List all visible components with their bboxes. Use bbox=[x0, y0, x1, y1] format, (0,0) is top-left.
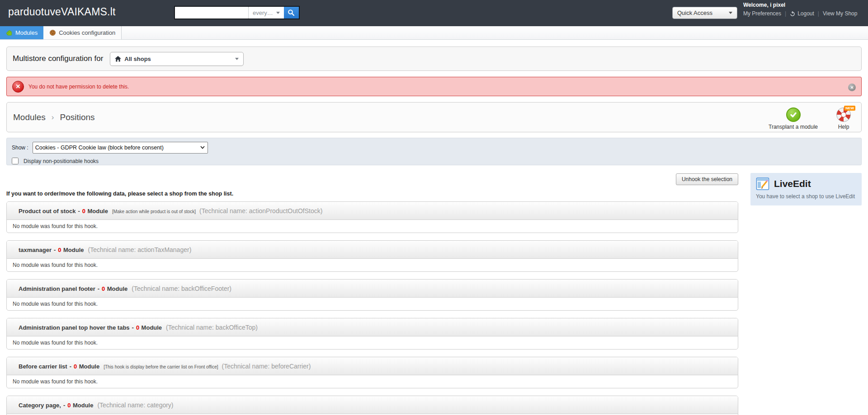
hook-module-word: Module bbox=[73, 402, 94, 409]
hook-header: Product out of stock - 0 Module [Make ac… bbox=[7, 202, 738, 220]
user-block: Welcome, i pixel My Preferences | Logout… bbox=[743, 2, 857, 17]
search-button[interactable] bbox=[284, 7, 299, 19]
tab-bar: Modules Cookies configuration bbox=[0, 26, 868, 40]
search-scope-dropdown[interactable]: every… bbox=[248, 7, 284, 19]
search-scope-label: every… bbox=[253, 9, 273, 16]
hook-header: Administration panel top hover the tabs … bbox=[7, 318, 738, 336]
link-separator: | bbox=[785, 10, 786, 17]
hook-list: Product out of stock - 0 Module [Make ac… bbox=[6, 201, 738, 415]
hook-dash: - bbox=[98, 285, 99, 292]
transplant-module-label: Transplant a module bbox=[769, 124, 818, 130]
live-edit-icon bbox=[756, 177, 769, 191]
home-icon bbox=[115, 56, 121, 62]
hook-panel-backOfficeFooter: Administration panel footer - 0 Module (… bbox=[6, 279, 738, 311]
live-edit-note: You have to select a shop to use LiveEdi… bbox=[756, 193, 856, 200]
hook-module-count: 0 bbox=[102, 285, 105, 292]
hook-header: Before carrier list - 0 Module [This hoo… bbox=[7, 357, 738, 375]
check-circle-icon bbox=[786, 107, 801, 122]
view-my-shop-link[interactable]: View My Shop bbox=[823, 10, 857, 17]
quick-access-dropdown[interactable]: Quick Access bbox=[672, 7, 737, 19]
hook-module-word: Module bbox=[79, 363, 100, 370]
error-message: You do not have permission to delete thi… bbox=[28, 84, 129, 90]
hook-empty-message: No module was found for this hook. bbox=[7, 259, 738, 271]
hook-technical-name: (Technical name: category) bbox=[97, 401, 173, 409]
help-button[interactable]: NEW Help bbox=[836, 107, 851, 130]
breadcrumb-separator: › bbox=[52, 113, 54, 122]
hook-description: [This hook is display before the carrier… bbox=[104, 364, 218, 369]
hook-technical-name: (Technical name: beforeCarrier) bbox=[222, 363, 311, 370]
hook-dash: - bbox=[78, 208, 80, 214]
tab-cookies-label: Cookies configuration bbox=[59, 29, 115, 36]
cookie-icon bbox=[49, 29, 56, 36]
hook-header: taxmanager - 0 Module (Technical name: a… bbox=[7, 241, 738, 259]
logout-label: Logout bbox=[797, 10, 814, 17]
link-separator: | bbox=[818, 10, 819, 17]
close-icon[interactable]: ✕ bbox=[848, 84, 856, 91]
my-preferences-link[interactable]: My Preferences bbox=[743, 10, 781, 17]
hook-title: Before carrier list bbox=[19, 363, 67, 370]
hook-module-count: 0 bbox=[67, 402, 71, 409]
display-non-positionable-hooks-label: Display non-positionable hooks bbox=[24, 158, 99, 164]
hook-module-count: 0 bbox=[58, 247, 61, 253]
hook-title: taxmanager bbox=[19, 247, 52, 253]
breadcrumb-modules[interactable]: Modules bbox=[13, 112, 46, 122]
hook-panel-actionTaxManager: taxmanager - 0 Module (Technical name: a… bbox=[6, 240, 738, 272]
shop-select-dropdown[interactable]: All shops bbox=[110, 52, 244, 66]
hook-empty-message: No module was found for this hook. bbox=[7, 336, 738, 349]
content-area: Multistore configuration for All shops ✕… bbox=[0, 47, 868, 415]
page-header-panel: Modules › Positions Transplant a module bbox=[6, 102, 862, 132]
hook-filter-panel: Show : Cookies - GDPR Cookie law (block … bbox=[6, 138, 862, 165]
transplant-module-button[interactable]: Transplant a module bbox=[769, 107, 818, 130]
hook-module-count: 0 bbox=[82, 208, 85, 214]
hook-description: [Make action while product is out of sto… bbox=[112, 209, 196, 214]
hook-header: Category page, - 0 Module (Technical nam… bbox=[7, 396, 738, 414]
chevron-down-icon bbox=[276, 12, 280, 14]
tab-cookies-configuration[interactable]: Cookies configuration bbox=[43, 26, 122, 39]
unhook-selection-button[interactable]: Unhook the selection bbox=[676, 173, 738, 185]
puzzle-icon bbox=[6, 29, 13, 36]
search-input[interactable] bbox=[175, 7, 248, 19]
hook-header: Administration panel footer - 0 Module (… bbox=[7, 280, 738, 298]
error-banner: ✕ You do not have permission to delete t… bbox=[6, 77, 862, 96]
hook-dash: - bbox=[54, 247, 56, 253]
tab-modules[interactable]: Modules bbox=[0, 26, 43, 39]
power-icon bbox=[790, 11, 795, 17]
hook-panel-actionProductOutOfStock: Product out of stock - 0 Module [Make ac… bbox=[6, 201, 738, 233]
hook-title: Administration panel top hover the tabs bbox=[19, 324, 130, 331]
new-badge: NEW bbox=[844, 106, 855, 111]
multistore-configuration-panel: Multistore configuration for All shops bbox=[6, 47, 862, 71]
hook-panel-category: Category page, - 0 Module (Technical nam… bbox=[6, 396, 738, 415]
hook-technical-name: (Technical name: actionTaxManager) bbox=[88, 246, 192, 253]
hook-panel-backOfficeTop: Administration panel top hover the tabs … bbox=[6, 318, 738, 350]
hook-dash: - bbox=[63, 402, 65, 409]
multistore-label: Multistore configuration for bbox=[13, 54, 103, 63]
hook-title: Category page, bbox=[19, 402, 61, 409]
show-label: Show : bbox=[12, 145, 28, 151]
header-search: every… bbox=[174, 6, 300, 19]
logout-link[interactable]: Logout bbox=[790, 10, 814, 17]
page-title: Positions bbox=[60, 112, 95, 122]
tab-modules-label: Modules bbox=[15, 29, 38, 36]
hook-module-word: Module bbox=[142, 324, 162, 331]
lifebuoy-icon: NEW bbox=[836, 107, 851, 122]
shop-logo[interactable]: parduotuveVAIKAMS.lt bbox=[8, 6, 116, 18]
hook-panel-beforeCarrier: Before carrier list - 0 Module [This hoo… bbox=[6, 357, 738, 388]
live-edit-panel: LiveEdit You have to select a shop to us… bbox=[750, 173, 862, 205]
hook-empty-message: No module was found for this hook. bbox=[7, 220, 738, 233]
header-actions: Transplant a module NEW Help bbox=[769, 107, 851, 130]
display-non-positionable-hooks-checkbox[interactable] bbox=[12, 158, 19, 164]
live-edit-title: LiveEdit bbox=[774, 178, 811, 189]
hook-module-word: Module bbox=[63, 247, 84, 253]
welcome-text: Welcome, i pixel bbox=[743, 2, 857, 8]
hook-module-word: Module bbox=[87, 208, 108, 214]
hook-module-count: 0 bbox=[136, 324, 139, 331]
hook-empty-message: No module was found for this hook. bbox=[7, 375, 738, 388]
show-hook-select[interactable]: Cookies - GDPR Cookie law (block before … bbox=[33, 142, 208, 154]
quick-access-label: Quick Access bbox=[677, 9, 712, 16]
error-icon: ✕ bbox=[12, 81, 24, 93]
hook-empty-message: No module was found for this hook. bbox=[7, 298, 738, 310]
shop-selection-instruction: If you want to order/move the following … bbox=[6, 191, 738, 197]
hook-module-word: Module bbox=[107, 285, 128, 292]
hook-technical-name: (Technical name: actionProductOutOfStock… bbox=[199, 207, 322, 214]
hook-dash: - bbox=[70, 363, 71, 370]
